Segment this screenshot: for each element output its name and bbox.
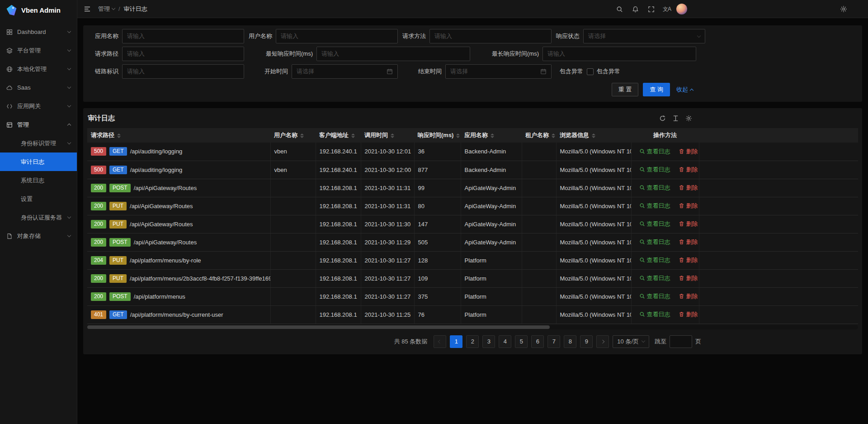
view-log-button[interactable]: 查看日志	[639, 220, 670, 228]
sort-icon[interactable]	[391, 133, 394, 138]
breadcrumb-item-admin[interactable]: 管理	[98, 5, 115, 13]
sidebar-item-audit-logs[interactable]: 审计日志	[0, 152, 77, 171]
menu-fold-icon[interactable]	[84, 5, 91, 13]
page-button-4[interactable]: 4	[499, 335, 511, 348]
query-button[interactable]: 查 询	[643, 83, 670, 96]
page-button-6[interactable]: 6	[531, 335, 544, 348]
min-response-time-input[interactable]: 请输入	[316, 47, 470, 61]
sidebar-item-saas[interactable]: Saas	[0, 78, 77, 97]
app-logo[interactable]: Vben Admin	[0, 0, 77, 20]
view-log-button[interactable]: 查看日志	[639, 310, 670, 319]
view-log-button[interactable]: 查看日志	[639, 166, 670, 174]
refresh-icon[interactable]	[659, 115, 666, 122]
column-settings-gear-icon[interactable]	[685, 115, 692, 122]
delete-button[interactable]: 删除	[679, 202, 698, 210]
response-status-select[interactable]: 请选择	[583, 29, 705, 43]
sidebar-item-identity-server[interactable]: 身份认证服务器	[0, 208, 77, 227]
include-exception-checkbox[interactable]	[587, 68, 594, 75]
column-header[interactable]: 客户端地址	[316, 128, 361, 143]
request-path-input[interactable]: 请输入	[122, 47, 244, 61]
collapse-label: 收起	[676, 86, 688, 94]
end-time-input[interactable]: 请选择	[445, 64, 552, 79]
page-button-8[interactable]: 8	[564, 335, 576, 348]
sidebar-item-label: Dashboard	[17, 29, 64, 35]
column-header[interactable]: 应用名称	[461, 128, 522, 143]
delete-button[interactable]: 删除	[679, 256, 698, 264]
action-label: 删除	[686, 148, 698, 156]
delete-button[interactable]: 删除	[679, 184, 698, 192]
horizontal-scrollbar	[87, 325, 858, 329]
cell-response-time: 80	[414, 197, 461, 215]
delete-button[interactable]: 删除	[679, 292, 698, 300]
column-header[interactable]: 请求路径	[87, 128, 270, 143]
sort-icon[interactable]	[456, 133, 460, 138]
sort-icon[interactable]	[592, 133, 595, 138]
jump-page-input[interactable]	[670, 335, 692, 348]
scrollbar-thumb[interactable]	[87, 325, 550, 329]
column-header[interactable]: 响应时间(ms)	[414, 128, 461, 143]
user-name-input[interactable]: 请输入	[276, 29, 398, 43]
delete-button[interactable]: 删除	[679, 220, 698, 228]
action-label: 删除	[686, 256, 698, 264]
sort-icon[interactable]	[117, 133, 121, 138]
bell-icon[interactable]	[629, 3, 642, 15]
trash-icon	[679, 167, 684, 172]
view-log-button[interactable]: 查看日志	[639, 184, 670, 192]
sidebar-item-admin[interactable]: 管理	[0, 115, 77, 134]
http-method-input[interactable]: 请输入	[429, 29, 552, 43]
sidebar-item-platform[interactable]: 平台管理	[0, 41, 77, 60]
column-header[interactable]: 用户名称	[270, 128, 316, 143]
trace-id-input[interactable]: 请输入	[122, 64, 244, 79]
view-log-button[interactable]: 查看日志	[639, 148, 670, 156]
delete-button[interactable]: 删除	[679, 148, 698, 156]
column-header[interactable]: 浏览器信息	[556, 128, 631, 143]
delete-button[interactable]: 删除	[679, 238, 698, 246]
app-name-input[interactable]: 请输入	[122, 29, 244, 43]
next-page-button[interactable]	[596, 335, 609, 348]
view-log-button[interactable]: 查看日志	[639, 292, 670, 300]
page-button-3[interactable]: 3	[482, 335, 495, 348]
row-height-icon[interactable]	[672, 115, 679, 122]
sidebar-item-settings[interactable]: 设置	[0, 190, 77, 208]
sidebar-item-object-storage[interactable]: 对象存储	[0, 227, 77, 245]
fullscreen-icon[interactable]	[645, 3, 657, 15]
page-size-select[interactable]: 10 条/页	[613, 335, 649, 348]
collapse-button[interactable]: 收起	[676, 86, 693, 94]
start-time-input[interactable]: 请选择	[292, 64, 398, 79]
prev-page-button[interactable]	[434, 335, 446, 348]
view-log-button[interactable]: 查看日志	[639, 202, 670, 210]
sidebar-item-system-logs[interactable]: 系统日志	[0, 171, 77, 190]
search-icon[interactable]	[613, 3, 626, 15]
storage-icon	[6, 233, 13, 239]
page-button-7[interactable]: 7	[547, 335, 560, 348]
sidebar-item-gateway[interactable]: 应用网关	[0, 97, 77, 115]
sort-icon[interactable]	[552, 133, 555, 138]
sidebar-item-identity[interactable]: 身份标识管理	[0, 134, 77, 152]
delete-button[interactable]: 删除	[679, 166, 698, 174]
admin-icon	[6, 121, 13, 128]
page-button-2[interactable]: 2	[466, 335, 479, 348]
status-badge: 200	[91, 292, 106, 301]
sidebar-item-label: 审计日志	[21, 158, 71, 166]
sidebar-item-localization[interactable]: 本地化管理	[0, 60, 77, 78]
page-button-9[interactable]: 9	[580, 335, 593, 348]
sort-icon[interactable]	[351, 133, 355, 138]
delete-button[interactable]: 删除	[679, 274, 698, 282]
sort-icon[interactable]	[491, 133, 494, 138]
column-header[interactable]: 调用时间	[361, 128, 414, 143]
view-log-button[interactable]: 查看日志	[639, 256, 670, 264]
column-header[interactable]: 租户名称	[522, 128, 556, 143]
settings-gear-icon[interactable]	[840, 0, 847, 18]
avatar[interactable]	[676, 4, 687, 14]
reset-button[interactable]: 重 置	[612, 83, 639, 96]
page-button-5[interactable]: 5	[515, 335, 528, 348]
view-log-button[interactable]: 查看日志	[639, 274, 670, 282]
sidebar-item-dashboard[interactable]: Dashboard	[0, 23, 77, 41]
sort-icon[interactable]	[300, 133, 304, 138]
translate-icon[interactable]: 文A	[660, 3, 673, 15]
max-response-time-input[interactable]: 请输入	[542, 47, 696, 61]
page-button-1[interactable]: 1	[450, 335, 462, 348]
chevron-up-icon	[67, 124, 71, 127]
delete-button[interactable]: 删除	[679, 310, 698, 319]
view-log-button[interactable]: 查看日志	[639, 238, 670, 246]
